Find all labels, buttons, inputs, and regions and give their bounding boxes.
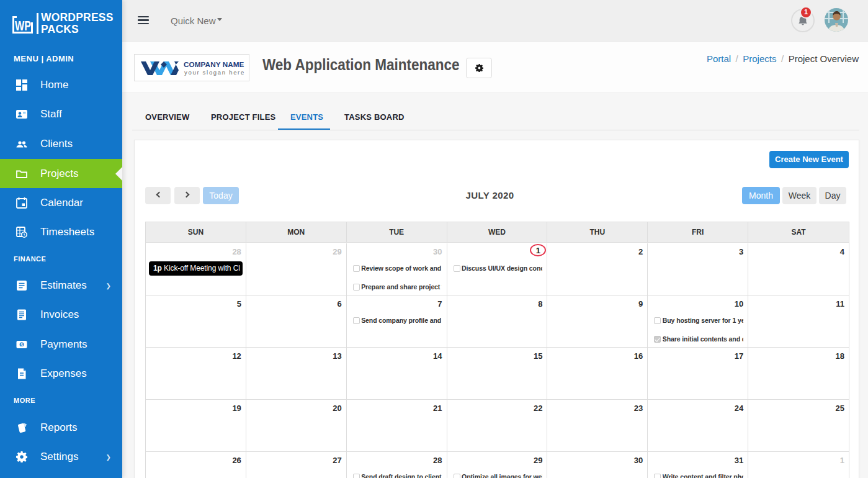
svg-text:$: $ <box>20 342 23 347</box>
svg-text:WP: WP <box>15 18 31 34</box>
